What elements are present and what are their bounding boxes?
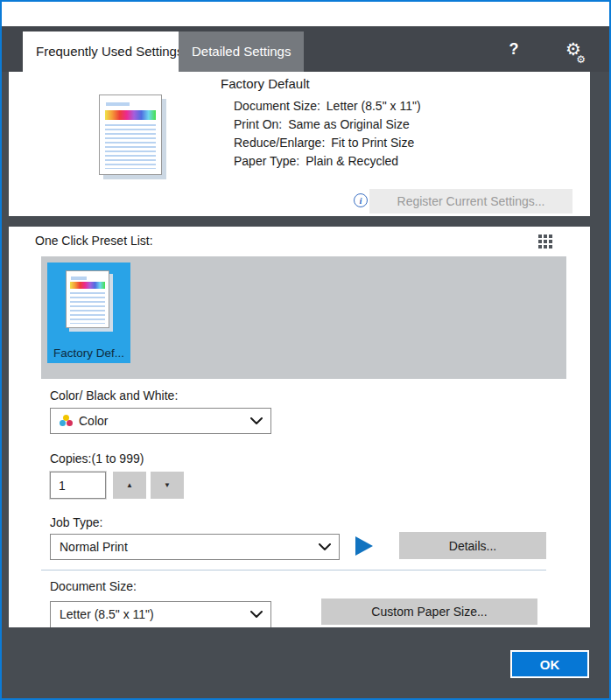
document-size-select[interactable]: Letter (8.5" x 11") [50, 601, 271, 627]
color-mode-value: Color [79, 414, 108, 428]
color-dots-icon [60, 415, 73, 427]
section-divider [41, 570, 546, 570]
printer-preferences-dialog: Frequently Used Settings Detailed Settin… [0, 0, 611, 700]
copies-input[interactable] [50, 472, 106, 499]
preset-item-factory-default[interactable]: Factory Def... [47, 262, 130, 363]
summary-value: Plain & Recycled [306, 154, 398, 168]
summary-row-reduce-enlarge: Reduce/Enlarge:Fit to Print Size [234, 134, 421, 152]
preset-item-label: Factory Def... [47, 346, 130, 360]
copies-label: Copies:(1 to 999) [50, 452, 144, 466]
color-mode-label: Color/ Black and White: [50, 388, 178, 402]
summary-value: Letter (8.5" x 11") [327, 99, 421, 113]
summary-rows: Document Size:Letter (8.5" x 11") Print … [234, 97, 421, 171]
title-bar [2, 2, 609, 26]
copies-increment-button[interactable]: ▲ [113, 472, 146, 499]
summary-label: Document Size: [234, 99, 320, 113]
summary-value: Same as Original Size [288, 117, 410, 131]
tab-detailed-settings[interactable]: Detailed Settings [179, 32, 304, 72]
one-click-preset-list-label: One Click Preset List: [35, 234, 153, 248]
summary-label: Reduce/Enlarge: [234, 136, 325, 150]
job-type-label: Job Type: [50, 515, 102, 529]
preview-text-lines [105, 124, 157, 168]
gear-small-glyph: ⚙ [576, 54, 586, 65]
color-mode-select[interactable]: Color [50, 408, 271, 434]
job-type-value: Normal Print [60, 540, 128, 554]
play-arrow-icon [355, 536, 373, 556]
summary-row-document-size: Document Size:Letter (8.5" x 11") [234, 97, 421, 116]
main-settings-panel: One Click Preset List: Factory Def... Co… [9, 227, 590, 627]
preview-heading-line [71, 276, 87, 280]
document-size-label: Document Size: [50, 579, 137, 593]
chevron-down-icon [319, 543, 331, 550]
custom-paper-size-button[interactable]: Custom Paper Size... [321, 598, 537, 625]
register-current-settings-button[interactable]: Register Current Settings... [369, 189, 572, 214]
copies-decrement-button[interactable]: ▼ [151, 472, 184, 499]
preview-heading-line [106, 102, 130, 106]
grid-view-icon[interactable] [538, 234, 552, 248]
info-icon[interactable]: i [354, 193, 368, 207]
tab-bar: Frequently Used Settings Detailed Settin… [2, 26, 609, 72]
gear-icon[interactable]: ⚙ ⚙ [558, 26, 588, 72]
preset-name-title: Factory Default [221, 76, 310, 91]
ok-button[interactable]: OK [510, 650, 589, 678]
summary-value: Fit to Print Size [331, 136, 414, 150]
settings-summary-panel: Factory Default Document Size:Letter (8.… [9, 72, 590, 216]
document-preview-thumbnail [99, 94, 162, 175]
preview-rainbow-bar [105, 110, 157, 120]
tab-frequently-used-settings[interactable]: Frequently Used Settings [23, 32, 196, 72]
summary-label: Paper Type: [234, 154, 299, 168]
chevron-down-icon [250, 611, 263, 618]
preset-list-area[interactable]: Factory Def... [41, 256, 566, 379]
summary-row-paper-type: Paper Type:Plain & Recycled [234, 152, 421, 171]
help-icon[interactable]: ? [499, 26, 529, 72]
summary-row-print-on: Print On:Same as Original Size [234, 116, 421, 134]
details-button[interactable]: Details... [399, 532, 546, 559]
chevron-down-icon [250, 417, 263, 424]
preset-thumbnail [66, 270, 109, 328]
preview-text-lines [70, 292, 105, 324]
document-size-value: Letter (8.5" x 11") [60, 607, 154, 621]
summary-label: Print On: [234, 117, 282, 131]
job-type-select[interactable]: Normal Print [50, 534, 340, 560]
preview-rainbow-bar [70, 282, 105, 289]
